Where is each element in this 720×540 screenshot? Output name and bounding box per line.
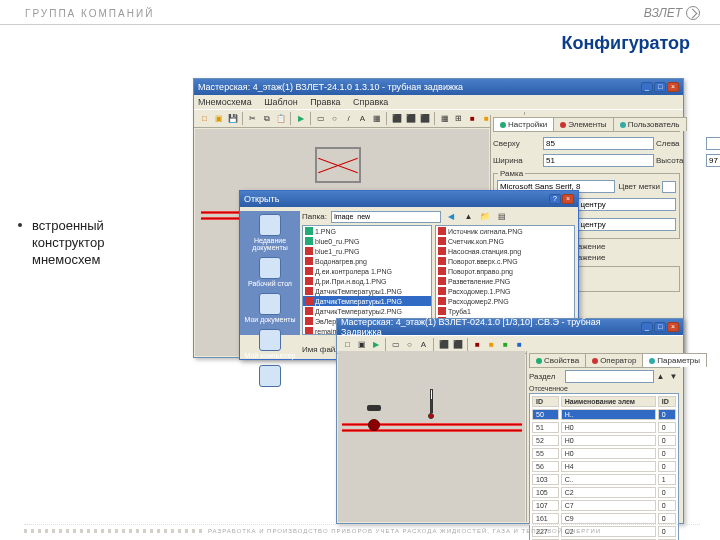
table-cell[interactable]: 51 xyxy=(532,422,559,433)
table-cell[interactable]: Н0 xyxy=(561,435,656,446)
tb-paste-icon[interactable]: 📋 xyxy=(274,112,287,125)
table-cell[interactable]: 55 xyxy=(532,448,559,459)
table-cell[interactable]: 107 xyxy=(532,500,559,511)
table-cell[interactable]: 0 xyxy=(658,500,676,511)
titlebar-1[interactable]: Мастерская: 4_этаж(1) ВЗЛЕТ-24.1.0 1.3.1… xyxy=(194,79,683,95)
table-cell[interactable]: 52 xyxy=(532,435,559,446)
table-cell[interactable]: Н0 xyxy=(561,422,656,433)
data-table[interactable]: IDНаименование элемID50Н..051Н0052Н0055Н… xyxy=(529,393,679,540)
table-header[interactable]: ID xyxy=(532,396,559,407)
file-item[interactable]: ДатчикТемпературы1.PNG xyxy=(303,286,431,296)
up-icon-2[interactable]: ▲ xyxy=(654,370,667,383)
menu-help[interactable]: Справка xyxy=(353,97,388,107)
file-item[interactable]: Расходомер.1.PNG xyxy=(436,286,574,296)
close-button[interactable]: × xyxy=(667,82,679,92)
tb-play-icon[interactable]: ▶ xyxy=(294,112,307,125)
file-item[interactable]: 1.PNG xyxy=(303,226,431,236)
tb-save-icon[interactable]: 💾 xyxy=(226,112,239,125)
sidebar-computer[interactable]: Мой компьютер xyxy=(240,326,300,362)
tb2-icon-8[interactable]: ⬛ xyxy=(451,338,464,351)
tb-align-center-icon[interactable]: ⬛ xyxy=(404,112,417,125)
tb2-icon-3[interactable]: ▶ xyxy=(369,338,382,351)
file-item[interactable]: Труба1 xyxy=(436,306,574,316)
dialog-help-button[interactable]: ? xyxy=(549,194,561,204)
tb-front-icon[interactable]: ■ xyxy=(466,112,479,125)
table-cell[interactable]: 0 xyxy=(658,487,676,498)
tb-align-left-icon[interactable]: ⬛ xyxy=(390,112,403,125)
tb-align-right-icon[interactable]: ⬛ xyxy=(418,112,431,125)
tb-grid-icon[interactable]: ▦ xyxy=(438,112,451,125)
close-button-2[interactable]: × xyxy=(667,322,679,332)
file-item[interactable]: Насосная.станция.png xyxy=(436,246,574,256)
file-item[interactable]: ДатчикТемпературы2.PNG xyxy=(303,306,431,316)
file-item[interactable]: Разветвление.PNG xyxy=(436,276,574,286)
input-width[interactable] xyxy=(543,154,654,167)
table-header[interactable]: ID xyxy=(658,396,676,407)
sidebar-network[interactable]: Сетевое окружение xyxy=(240,362,300,405)
table-cell[interactable]: 0 xyxy=(658,435,676,446)
tb-circle-icon[interactable]: ○ xyxy=(328,112,341,125)
tb2-icon-6[interactable]: A xyxy=(417,338,430,351)
file-item[interactable]: blue0_ru.PNG xyxy=(303,236,431,246)
input-valign[interactable] xyxy=(565,218,676,231)
tb2-icon-12[interactable]: ■ xyxy=(513,338,526,351)
tb2-icon-5[interactable]: ○ xyxy=(403,338,416,351)
table-cell[interactable]: С2 xyxy=(561,487,656,498)
tab-params[interactable]: Параметры xyxy=(642,353,707,367)
input-left[interactable] xyxy=(706,137,720,150)
file-item[interactable]: Расходомер2.PNG xyxy=(436,296,574,306)
sidebar-desktop[interactable]: Рабочий стол xyxy=(240,254,300,290)
tb-copy-icon[interactable]: ⧉ xyxy=(260,112,273,125)
input-top[interactable] xyxy=(543,137,654,150)
table-cell[interactable]: 0 xyxy=(658,461,676,472)
table-cell[interactable]: 161 xyxy=(532,513,559,524)
sidebar-docs[interactable]: Мои документы xyxy=(240,290,300,326)
tb-text-icon[interactable]: A xyxy=(356,112,369,125)
table-cell[interactable]: Н0 xyxy=(561,448,656,459)
table-cell[interactable]: 0 xyxy=(658,448,676,459)
tb2-icon-10[interactable]: ■ xyxy=(485,338,498,351)
tb2-icon-11[interactable]: ■ xyxy=(499,338,512,351)
input-halign[interactable] xyxy=(565,198,676,211)
viewmode-icon[interactable]: ▤ xyxy=(496,210,509,223)
minimize-button[interactable]: _ xyxy=(641,82,653,92)
papka-select[interactable] xyxy=(331,211,441,223)
titlebar-2[interactable]: Мастерская: 4_этаж(1) ВЗЛЕТ-024.1.0 [1/3… xyxy=(337,319,683,335)
menu-template[interactable]: Шаблон xyxy=(264,97,297,107)
file-item[interactable]: Поворот.вверх.с.PNG xyxy=(436,256,574,266)
file-item[interactable]: Водонагрев.png xyxy=(303,256,431,266)
table-cell[interactable]: 1 xyxy=(658,474,676,485)
input-height[interactable] xyxy=(706,154,720,167)
canvas-2[interactable] xyxy=(338,351,525,522)
tb-cut-icon[interactable]: ✂ xyxy=(246,112,259,125)
table-cell[interactable]: 56 xyxy=(532,461,559,472)
table-cell[interactable]: Н.. xyxy=(561,409,656,420)
tb-open-icon[interactable]: ▣ xyxy=(212,112,225,125)
down-icon-2[interactable]: ▼ xyxy=(667,370,680,383)
file-item[interactable]: Д.еи.контролера 1.PNG xyxy=(303,266,431,276)
tb-new-icon[interactable]: □ xyxy=(198,112,211,125)
file-item[interactable]: blue1_ru.PNG xyxy=(303,246,431,256)
file-item[interactable]: Источник сигнала.PNG xyxy=(436,226,574,236)
tb2-icon-9[interactable]: ■ xyxy=(471,338,484,351)
thermometer-icon[interactable] xyxy=(428,389,434,419)
file-item[interactable]: Д.ри.При.н.вод.1.PNG xyxy=(303,276,431,286)
table-cell[interactable]: 0 xyxy=(658,513,676,524)
maximize-button-2[interactable]: □ xyxy=(654,322,666,332)
placeholder-box[interactable] xyxy=(315,147,361,183)
tb-line-icon[interactable]: / xyxy=(342,112,355,125)
tab-user[interactable]: Пользователь xyxy=(613,117,687,131)
valve-2-icon[interactable] xyxy=(364,405,384,429)
tb-snap-icon[interactable]: ⊞ xyxy=(452,112,465,125)
maximize-button[interactable]: □ xyxy=(654,82,666,92)
tab-props-2[interactable]: Свойства xyxy=(529,353,586,367)
tab-elements[interactable]: Элементы xyxy=(553,117,613,131)
menu-edit[interactable]: Правка xyxy=(310,97,340,107)
tb-image-icon[interactable]: ▦ xyxy=(370,112,383,125)
tb2-icon-2[interactable]: ▣ xyxy=(355,338,368,351)
up-icon[interactable]: ▲ xyxy=(462,210,475,223)
file-item[interactable]: Поворот.вправо.png xyxy=(436,266,574,276)
menu-mnemo[interactable]: Мнемосхема xyxy=(198,97,252,107)
tb2-icon-7[interactable]: ⬛ xyxy=(437,338,450,351)
table-cell[interactable]: Н4 xyxy=(561,461,656,472)
